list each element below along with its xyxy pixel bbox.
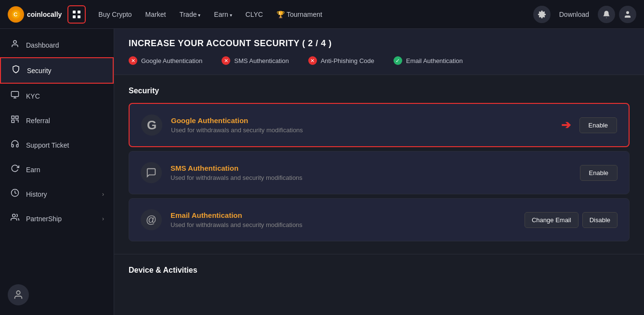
email-auth-icon: @ xyxy=(141,209,162,230)
security-checks: ✕ Google Authentication ✕ SMS Authentica… xyxy=(129,56,630,65)
sidebar-item-earn[interactable]: Earn xyxy=(0,157,114,182)
history-icon xyxy=(10,189,20,200)
svg-rect-3 xyxy=(78,11,80,13)
sms-auth-icon xyxy=(141,162,162,183)
google-auth-enable-button[interactable]: Enable xyxy=(579,117,617,133)
sidebar-item-partnership[interactable]: PartnerShip › xyxy=(0,206,114,231)
bell-icon-button[interactable] xyxy=(598,6,615,23)
google-auth-card: G Google Authentication Used for withdra… xyxy=(129,103,630,147)
sidebar-avatar[interactable] xyxy=(8,284,29,305)
check-label-phishing: Anti-Phishing Code xyxy=(321,57,374,64)
nav-clyc[interactable]: CLYC xyxy=(241,8,268,21)
main-content: INCREASE YOUR ACCOUNT SECURITY ( 2 / 4 )… xyxy=(114,29,644,315)
sms-auth-card: SMS Authentication Used for withdrawals … xyxy=(129,151,630,194)
email-auth-info: Email Authentication Used for withdrawal… xyxy=(171,211,516,228)
svg-text:C: C xyxy=(13,11,18,17)
device-section: Device & Activities xyxy=(114,254,644,294)
google-auth-actions: ➔ Enable xyxy=(561,117,617,133)
sidebar-label-dashboard: Dashboard xyxy=(26,41,59,49)
pass-icon-email: ✓ xyxy=(394,56,402,65)
fail-icon-sms: ✕ xyxy=(222,56,230,65)
sms-auth-info: SMS Authentication Used for withdrawals … xyxy=(171,164,571,181)
google-auth-title: Google Authentication xyxy=(171,116,552,125)
check-label-email: Email Authentication xyxy=(406,57,463,64)
sidebar-label-kyc: KYC xyxy=(26,92,40,100)
change-email-button[interactable]: Change Email xyxy=(525,212,578,228)
nav-market[interactable]: Market xyxy=(141,8,171,21)
sidebar-item-security[interactable]: Security xyxy=(0,57,114,84)
svg-rect-5 xyxy=(78,15,80,18)
settings-icon-button[interactable] xyxy=(533,6,551,23)
google-auth-info: Google Authentication Used for withdrawa… xyxy=(171,116,552,134)
sms-auth-enable-button[interactable]: Enable xyxy=(580,165,618,181)
sidebar-item-kyc[interactable]: KYC xyxy=(0,84,114,108)
svg-rect-6 xyxy=(12,91,19,97)
sidebar-item-history[interactable]: History › xyxy=(0,182,114,206)
dashboard-icon xyxy=(10,39,20,50)
check-google-auth: ✕ Google Authentication xyxy=(129,56,202,65)
security-section: Security G Google Authentication Used fo… xyxy=(114,75,644,254)
svg-rect-4 xyxy=(73,15,76,18)
sidebar-label-security: Security xyxy=(27,67,52,75)
support-icon xyxy=(10,139,20,151)
sidebar: Dashboard Security KYC xyxy=(0,29,114,315)
security-icon xyxy=(11,65,21,76)
email-auth-card: @ Email Authentication Used for withdraw… xyxy=(129,198,630,241)
sidebar-item-support[interactable]: Support Ticket xyxy=(0,133,114,157)
fail-icon-google: ✕ xyxy=(129,56,137,65)
svg-rect-2 xyxy=(73,11,76,13)
grid-menu-button[interactable] xyxy=(67,5,86,24)
fail-icon-phishing: ✕ xyxy=(308,56,317,65)
main-layout: Dashboard Security KYC xyxy=(0,29,644,315)
sidebar-label-partnership: PartnerShip xyxy=(26,215,62,223)
nav-tournament[interactable]: 🏆 Tournament xyxy=(272,8,327,21)
sidebar-item-dashboard[interactable]: Dashboard xyxy=(0,33,114,57)
svg-rect-9 xyxy=(12,120,14,123)
nav-buy-crypto[interactable]: Buy Crypto xyxy=(93,8,136,21)
sms-auth-actions: Enable xyxy=(580,165,618,181)
trophy-icon: 🏆 xyxy=(276,11,285,18)
check-email-auth: ✓ Email Authentication xyxy=(394,56,463,65)
security-section-title: Security xyxy=(129,87,630,95)
logo-area[interactable]: C coinlocally xyxy=(8,6,62,23)
profile-icon-button[interactable] xyxy=(619,6,636,23)
sms-auth-desc: Used for withdrawals and security modifi… xyxy=(171,174,571,181)
sidebar-item-referral[interactable]: Referral xyxy=(0,108,114,133)
logo-text: coinlocally xyxy=(27,11,62,18)
nav-trade[interactable]: Trade xyxy=(174,8,205,21)
email-auth-title: Email Authentication xyxy=(171,211,516,219)
arrow-right-icon: ➔ xyxy=(561,118,571,132)
svg-rect-7 xyxy=(12,116,14,118)
device-section-title: Device & Activities xyxy=(129,266,630,275)
check-label-sms: SMS Authentication xyxy=(234,57,289,64)
top-navigation: C coinlocally Buy Crypto Market Trade Ea… xyxy=(0,0,644,29)
google-auth-icon: G xyxy=(141,114,162,136)
sidebar-label-support: Support Ticket xyxy=(26,141,69,149)
svg-point-11 xyxy=(13,214,15,217)
security-banner: INCREASE YOUR ACCOUNT SECURITY ( 2 / 4 )… xyxy=(114,29,644,75)
security-banner-title: INCREASE YOUR ACCOUNT SECURITY ( 2 / 4 ) xyxy=(129,38,630,49)
referral-icon xyxy=(10,115,20,126)
kyc-icon xyxy=(10,90,20,101)
sidebar-label-referral: Referral xyxy=(26,117,50,125)
email-auth-actions: Change Email Disable xyxy=(525,212,618,228)
partnership-icon xyxy=(10,213,20,224)
google-auth-desc: Used for withdrawals and security modifi… xyxy=(171,126,552,134)
sms-auth-title: SMS Authentication xyxy=(171,164,571,172)
partnership-arrow-icon: › xyxy=(102,215,104,222)
nav-earn[interactable]: Earn xyxy=(209,8,237,21)
check-anti-phishing: ✕ Anti-Phishing Code xyxy=(308,56,374,65)
disable-email-button[interactable]: Disable xyxy=(582,212,618,228)
earn-icon xyxy=(10,164,20,175)
logo-icon: C xyxy=(8,6,24,23)
check-sms-auth: ✕ SMS Authentication xyxy=(222,56,289,65)
download-button[interactable]: Download xyxy=(554,8,594,21)
sidebar-label-history: History xyxy=(26,190,47,198)
svg-rect-8 xyxy=(16,116,18,118)
sidebar-label-earn: Earn xyxy=(26,166,40,174)
arrow-indicator: ➔ xyxy=(561,118,571,132)
history-arrow-icon: › xyxy=(102,191,104,198)
email-auth-desc: Used for withdrawals and security modifi… xyxy=(171,221,516,228)
check-label-google: Google Authentication xyxy=(141,57,202,64)
